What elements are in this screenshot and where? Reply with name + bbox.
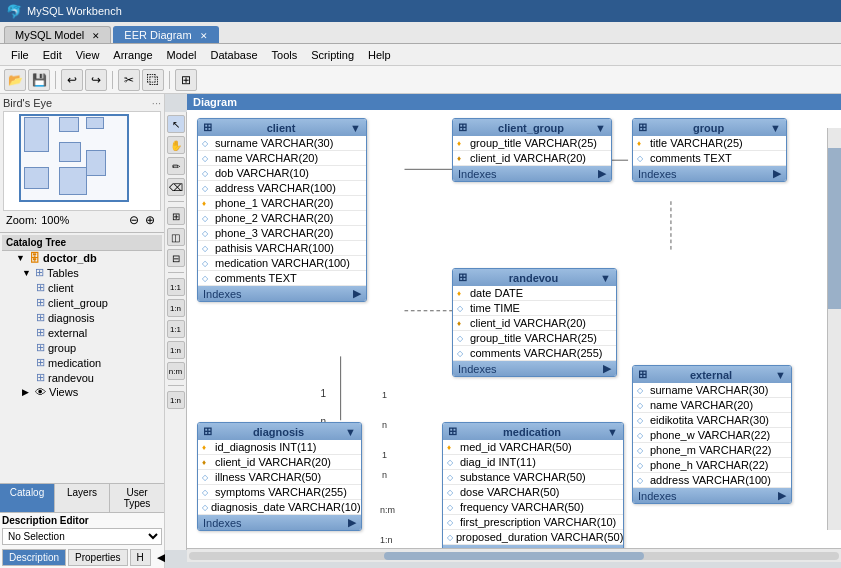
tool-pencil-btn[interactable]: ✏: [167, 157, 185, 175]
field-ext-address: ◇address VARCHAR(100): [633, 473, 791, 488]
table-icon-client: ⊞: [36, 281, 45, 294]
tree-item-client[interactable]: ⊞ client: [2, 280, 162, 295]
toolbar-redo-btn[interactable]: ↪: [85, 69, 107, 91]
table-randevou-chevron[interactable]: ▼: [600, 272, 611, 284]
desc-tab-h[interactable]: H: [130, 549, 151, 566]
table-client-group-chevron[interactable]: ▼: [595, 122, 606, 134]
tab-close-icon[interactable]: ✕: [92, 31, 100, 41]
table-medication[interactable]: ⊞ medication ▼ ♦med_id VARCHAR(50) ◇diag…: [442, 422, 624, 548]
right-scrollbar[interactable]: [827, 128, 841, 530]
tool-view-btn[interactable]: ◫: [167, 228, 185, 246]
toolbar-sep-1: [55, 71, 56, 89]
expand-tables-icon[interactable]: ▼: [22, 268, 32, 278]
tool-cursor-btn[interactable]: ↖: [167, 115, 185, 133]
table-group-chevron[interactable]: ▼: [770, 122, 781, 134]
toolbar-sep-3: [169, 71, 170, 89]
toolbar-extra-btn[interactable]: ⊞: [175, 69, 197, 91]
table-group-footer[interactable]: Indexes ▶: [633, 166, 786, 181]
tab-layers[interactable]: Layers: [55, 484, 110, 512]
table-medication-footer[interactable]: Indexes ▶: [443, 545, 623, 548]
menu-view[interactable]: View: [69, 47, 107, 63]
table-group[interactable]: ⊞ group ▼ ♦title VARCHAR(25) ◇comments T…: [632, 118, 787, 182]
left-tool-palette: ↖ ✋ ✏ ⌫ ⊞ ◫ ⊟ 1:1 1:n 1:1 1:n n:m 1:n: [165, 112, 187, 550]
expand-db-icon[interactable]: ▼: [16, 253, 26, 263]
desc-tab-properties[interactable]: Properties: [68, 549, 128, 566]
tool-rel2-btn[interactable]: 1:n: [167, 299, 185, 317]
table-randevou-footer[interactable]: Indexes ▶: [453, 361, 616, 376]
db-name: doctor_db: [43, 252, 97, 264]
tool-hand-btn[interactable]: ✋: [167, 136, 185, 154]
relation-label-n: n: [382, 420, 387, 430]
toolbar-copy-btn[interactable]: ⿻: [142, 69, 164, 91]
tool-1n-btn[interactable]: 1:n: [167, 391, 185, 409]
field-ext-phone-m: ◇phone_m VARCHAR(22): [633, 443, 791, 458]
table-client-footer[interactable]: Indexes ▶: [198, 286, 366, 301]
table-external-chevron[interactable]: ▼: [775, 369, 786, 381]
menu-help[interactable]: Help: [361, 47, 398, 63]
menu-tools[interactable]: Tools: [265, 47, 305, 63]
right-scroll-thumb[interactable]: [828, 148, 841, 309]
birds-eye-canvas[interactable]: [3, 111, 161, 211]
toolbar-open-btn[interactable]: 📂: [4, 69, 26, 91]
table-diagnosis-chevron[interactable]: ▼: [345, 426, 356, 438]
tool-eraser-btn[interactable]: ⌫: [167, 178, 185, 196]
tab-mysql-model[interactable]: MySQL Model ✕: [4, 26, 111, 43]
table-client-chevron[interactable]: ▼: [350, 122, 361, 134]
table-external[interactable]: ⊞ external ▼ ◇surname VARCHAR(30) ◇name …: [632, 365, 792, 504]
tool-rel1-btn[interactable]: 1:1: [167, 278, 185, 296]
table-cg-footer[interactable]: Indexes ▶: [453, 166, 611, 181]
desc-tab-description[interactable]: Description: [2, 549, 66, 566]
tree-item-randevou[interactable]: ⊞ randevou: [2, 370, 162, 385]
desc-select[interactable]: No Selection: [2, 528, 162, 545]
tree-item-client-group[interactable]: ⊞ client_group: [2, 295, 162, 310]
table-external-footer[interactable]: Indexes ▶: [633, 488, 791, 503]
randevou-footer-arrow: ▶: [603, 362, 611, 375]
scrollbar-thumb[interactable]: [384, 552, 644, 560]
zoom-out-btn[interactable]: ⊖: [126, 213, 142, 227]
menu-file[interactable]: File: [4, 47, 36, 63]
expand-views-icon[interactable]: ▶: [22, 387, 32, 397]
zoom-in-btn[interactable]: ⊕: [142, 213, 158, 227]
tab-eer-diagram[interactable]: EER Diagram ✕: [113, 26, 218, 43]
table-client-group[interactable]: ⊞ client_group ▼ ♦group_title VARCHAR(25…: [452, 118, 612, 182]
tree-item-external[interactable]: ⊞ external: [2, 325, 162, 340]
tool-rel3-btn[interactable]: 1:1: [167, 320, 185, 338]
field-ext-phone-w: ◇phone_w VARCHAR(22): [633, 428, 791, 443]
table-client[interactable]: ⊞ client ▼ ◇surname VARCHAR(30) ◇name VA…: [197, 118, 367, 302]
table-randevou[interactable]: ⊞ randevou ▼ ♦date DATE ◇time TIME ♦clie…: [452, 268, 617, 377]
tool-rel4-btn[interactable]: 1:n: [167, 341, 185, 359]
toolbar-undo-btn[interactable]: ↩: [61, 69, 83, 91]
tree-item-diagnosis[interactable]: ⊞ diagnosis: [2, 310, 162, 325]
tables-icon: ⊞: [35, 266, 44, 279]
toolbar-save-btn[interactable]: 💾: [28, 69, 50, 91]
tool-routine-btn[interactable]: ⊟: [167, 249, 185, 267]
table-diagnosis-footer[interactable]: Indexes ▶: [198, 515, 361, 530]
menu-database[interactable]: Database: [203, 47, 264, 63]
tab-user-types[interactable]: User Types: [110, 484, 164, 512]
tool-table-btn[interactable]: ⊞: [167, 207, 185, 225]
tool-rel5-btn[interactable]: n:m: [167, 362, 185, 380]
tree-item-group[interactable]: ⊞ group: [2, 340, 162, 355]
tree-item-db[interactable]: ▼ 🗄 doctor_db: [2, 251, 162, 265]
menu-model[interactable]: Model: [160, 47, 204, 63]
table-medication-chevron[interactable]: ▼: [607, 426, 618, 438]
cg-indexes-label: Indexes: [458, 168, 497, 180]
tab-catalog[interactable]: Catalog: [0, 484, 55, 512]
table-diagnosis[interactable]: ⊞ diagnosis ▼ ♦id_diagnosis INT(11) ♦cli…: [197, 422, 362, 531]
menu-arrange[interactable]: Arrange: [106, 47, 159, 63]
toolbar-cut-btn[interactable]: ✂: [118, 69, 140, 91]
diagram-scrollbar[interactable]: [187, 548, 841, 562]
menu-edit[interactable]: Edit: [36, 47, 69, 63]
tree-item-views[interactable]: ▶ 👁 Views: [2, 385, 162, 399]
diagram-canvas[interactable]: 1 n 1 n n:m 1:n ⊞ client ▼ ◇surname VARC…: [187, 110, 841, 548]
tab-close-icon[interactable]: ✕: [200, 31, 208, 41]
tree-item-medication[interactable]: ⊞ medication: [2, 355, 162, 370]
tree-item-tables[interactable]: ▼ ⊞ Tables: [2, 265, 162, 280]
field-client-surname: ◇surname VARCHAR(30): [198, 136, 366, 151]
views-icon: 👁: [35, 386, 46, 398]
menu-scripting[interactable]: Scripting: [304, 47, 361, 63]
scrollbar-track[interactable]: [189, 552, 839, 560]
table-diagnosis-name: diagnosis: [253, 426, 304, 438]
description-editor: Description Editor No Selection Descript…: [0, 512, 164, 568]
birds-eye-label: Bird's Eye: [3, 97, 52, 109]
